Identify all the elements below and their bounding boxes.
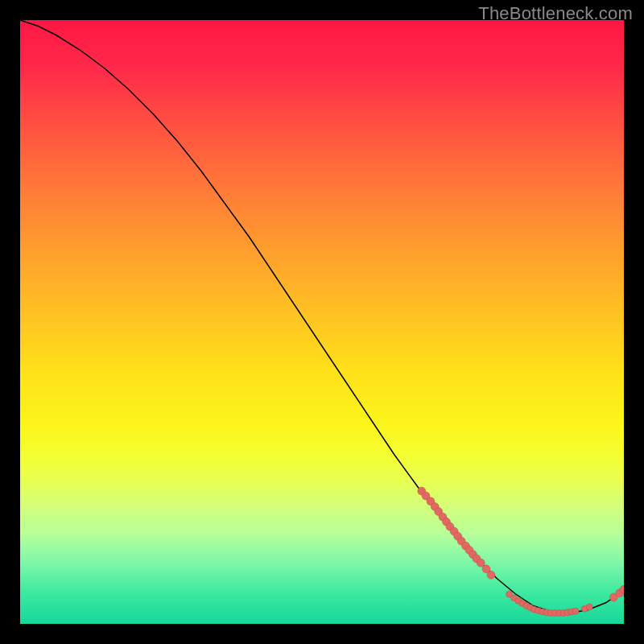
data-point <box>487 571 495 579</box>
watermark-text: TheBottleneck.com <box>478 3 633 24</box>
chart-frame: TheBottleneck.com <box>0 0 644 644</box>
bottleneck-curve <box>20 20 624 613</box>
curve-svg <box>20 20 624 624</box>
data-point <box>586 604 592 610</box>
data-point <box>572 608 579 614</box>
plot-area <box>20 20 624 624</box>
